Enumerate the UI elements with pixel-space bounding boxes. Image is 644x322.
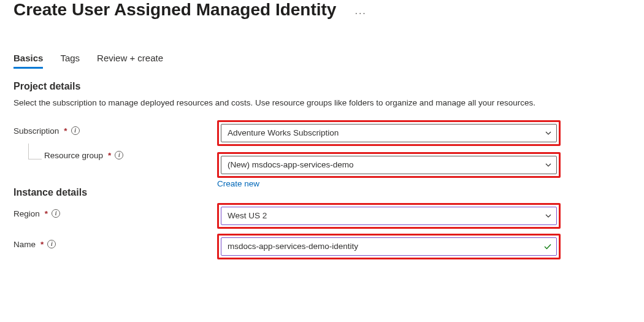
required-indicator: * (40, 240, 44, 249)
subscription-label: Subscription (13, 126, 59, 136)
info-icon[interactable]: i (52, 209, 60, 218)
tab-review-create[interactable]: Review + create (97, 50, 163, 69)
tab-bar: Basics Tags Review + create (13, 50, 631, 69)
project-details-description: Select the subscription to manage deploy… (13, 97, 590, 109)
region-value: West US 2 (228, 211, 267, 220)
required-indicator: * (45, 209, 48, 218)
project-details-heading: Project details (13, 81, 631, 92)
region-select[interactable]: West US 2 (221, 207, 557, 225)
create-identity-page: Create User Assigned Managed Identity ..… (0, 0, 644, 322)
page-header: Create User Assigned Managed Identity ..… (13, 0, 631, 25)
name-input-wrapper (221, 237, 557, 256)
name-row: Name * i (13, 234, 631, 259)
required-indicator: * (108, 151, 111, 160)
subscription-select[interactable]: Adventure Works Subscription (221, 124, 557, 142)
required-indicator: * (64, 126, 67, 136)
resource-group-label: Resource group (44, 151, 103, 160)
subscription-value: Adventure Works Subscription (228, 128, 339, 137)
info-icon[interactable]: i (47, 240, 56, 248)
page-title: Create User Assigned Managed Identity (13, 0, 336, 20)
highlight-name (217, 234, 561, 259)
info-icon[interactable]: i (115, 151, 123, 159)
resource-group-value: (New) msdocs-app-services-demo (228, 160, 354, 169)
name-input[interactable] (228, 242, 538, 251)
highlight-subscription: Adventure Works Subscription (217, 120, 561, 146)
name-label: Name (13, 240, 36, 249)
tab-tags[interactable]: Tags (60, 50, 80, 69)
info-icon[interactable]: i (71, 126, 80, 135)
region-label: Region (13, 209, 40, 218)
create-new-link[interactable]: Create new (217, 179, 259, 188)
region-row: Region * i West US 2 (13, 203, 631, 229)
tab-basics[interactable]: Basics (13, 50, 43, 69)
more-actions-button[interactable]: ... (351, 3, 370, 19)
highlight-region: West US 2 (217, 203, 561, 229)
